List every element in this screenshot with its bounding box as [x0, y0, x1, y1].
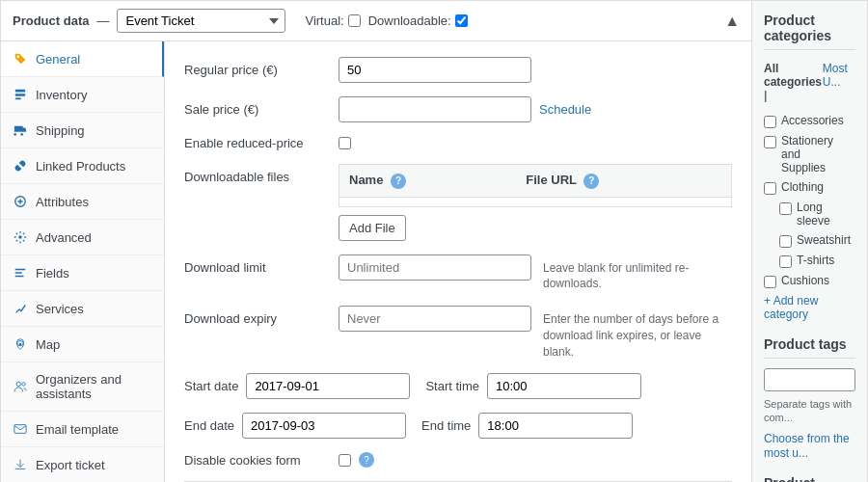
sale-price-label: Sale price (€) — [184, 96, 339, 117]
sidebar-label-linked-products: Linked Products — [36, 159, 125, 174]
product-data-dash: — — [96, 13, 109, 28]
label-stationery: Stationery andSupplies — [781, 134, 855, 174]
sidebar-item-linked-products[interactable]: Linked Products — [1, 148, 164, 184]
attributes-icon — [13, 194, 28, 209]
start-date-input[interactable] — [246, 373, 410, 399]
regular-price-label: Regular price (€) — [184, 57, 339, 77]
product-type-select[interactable]: Event Ticket Simple product Variable pro… — [117, 9, 285, 33]
sidebar-label-email-template: Email template — [36, 422, 119, 437]
add-file-button[interactable]: Add File — [339, 215, 406, 241]
download-limit-row: Download limit Leave blank for unlimited… — [184, 254, 732, 293]
fields-icon — [13, 265, 28, 281]
download-limit-input[interactable] — [339, 254, 531, 281]
label-long-sleeve: Long sleeve — [797, 201, 855, 228]
checkbox-stationery[interactable] — [764, 136, 776, 148]
link-icon — [13, 158, 28, 174]
category-cushions: Cushions — [764, 274, 855, 288]
checkbox-sweatshirt[interactable] — [779, 235, 792, 248]
file-url-help-icon[interactable]: ? — [583, 174, 599, 189]
choose-tags-link[interactable]: Choose from the most u... — [764, 432, 850, 460]
tag-icon — [13, 51, 28, 67]
sidebar-item-organizers[interactable]: Organizers and assistants — [1, 362, 164, 412]
category-accessories: Accessories — [764, 114, 855, 128]
sidebar-item-email-template[interactable]: Email template — [1, 412, 164, 447]
svg-rect-1 — [15, 94, 26, 96]
sidebar-item-fields[interactable]: Fields — [1, 255, 164, 291]
start-datetime-row: Start date Start time — [184, 373, 732, 399]
sidebar-label-shipping: Shipping — [36, 123, 85, 138]
svg-point-6 — [16, 382, 20, 386]
checkbox-t-shirts[interactable] — [779, 255, 792, 268]
virtual-label-text: Virtual: — [305, 13, 343, 28]
sidebar-item-shipping[interactable]: Shipping — [1, 113, 164, 148]
collapse-button[interactable]: ▲ — [724, 13, 740, 30]
svg-point-5 — [19, 343, 22, 346]
end-date-input[interactable] — [242, 413, 406, 439]
product-image-title: Product image — [764, 475, 855, 482]
category-list: Accessories Stationery andSupplies Cloth… — [764, 114, 855, 288]
sidebar-label-advanced: Advanced — [36, 230, 92, 245]
svg-rect-0 — [15, 90, 26, 93]
checkbox-cushions[interactable] — [764, 276, 776, 288]
downloadable-files-label: Downloadable files — [184, 164, 339, 184]
start-time-input[interactable] — [487, 373, 641, 399]
sidebar-item-services[interactable]: Services — [1, 291, 164, 327]
checkbox-accessories[interactable] — [764, 116, 776, 128]
sidebar-item-inventory[interactable]: Inventory — [1, 77, 164, 113]
sidebar-item-advanced[interactable]: Advanced — [1, 220, 164, 255]
sidebar-nav: General Inventory Shipping — [1, 41, 165, 482]
regular-price-input[interactable] — [339, 57, 531, 83]
label-accessories: Accessories — [781, 114, 844, 127]
sidebar-item-attributes[interactable]: Attributes — [1, 184, 164, 220]
end-time-input[interactable] — [478, 413, 633, 439]
disable-cookies-checkbox[interactable] — [339, 454, 351, 467]
sidebar-label-general: General — [36, 52, 80, 67]
sidebar-item-export-ticket[interactable]: Export ticket — [1, 447, 164, 482]
product-tags-title: Product tags — [764, 336, 855, 359]
sidebar-label-map: Map — [36, 337, 60, 352]
right-panel: Product categories All categories Most U… — [751, 1, 867, 482]
tab-most-used[interactable]: Most U... — [823, 60, 855, 104]
disable-cookies-help-icon[interactable]: ? — [359, 452, 374, 468]
tab-all-categories[interactable]: All categories — [764, 60, 823, 104]
inventory-icon — [13, 87, 28, 102]
downloadable-checkbox[interactable] — [455, 14, 468, 27]
start-date-label: Start date — [184, 379, 238, 393]
tags-input[interactable] — [764, 368, 855, 391]
category-long-sleeve: Long sleeve — [779, 201, 855, 228]
form-content: Regular price (€) Sale price (€) Schedul… — [165, 41, 751, 482]
email-icon — [13, 421, 28, 437]
sale-price-input[interactable] — [339, 96, 531, 122]
map-icon — [13, 336, 28, 352]
enable-reduced-label: Enable reduced-price — [184, 136, 339, 150]
end-datetime-row: End date End time — [184, 413, 732, 439]
sidebar-label-organizers: Organizers and assistants — [36, 372, 152, 401]
name-help-icon[interactable]: ? — [391, 174, 406, 189]
checkbox-clothing[interactable] — [764, 182, 776, 195]
shipping-icon — [13, 122, 28, 138]
download-expiry-hint: Enter the number of days before a downlo… — [543, 306, 732, 360]
product-categories-section: Product categories All categories Most U… — [764, 13, 855, 321]
download-expiry-row: Download expiry Enter the number of days… — [184, 306, 732, 360]
virtual-checkbox[interactable] — [348, 14, 361, 27]
download-expiry-input[interactable] — [339, 306, 531, 332]
schedule-link[interactable]: Schedule — [539, 102, 591, 117]
checkbox-long-sleeve[interactable] — [779, 202, 792, 215]
label-clothing: Clothing — [781, 180, 824, 194]
regular-price-row: Regular price (€) — [184, 57, 732, 83]
downloadable-label-text: Downloadable: — [368, 13, 451, 28]
tags-hint: Separate tags with com... — [764, 397, 855, 425]
add-category-link[interactable]: + Add new category — [764, 294, 855, 321]
advanced-icon — [13, 229, 28, 245]
start-time-label: Start time — [425, 379, 479, 393]
services-icon — [13, 301, 28, 316]
sidebar-label-export-ticket: Export ticket — [36, 458, 105, 472]
sidebar-item-map[interactable]: Map — [1, 327, 164, 362]
svg-rect-8 — [14, 425, 26, 434]
enable-reduced-checkbox[interactable] — [339, 137, 351, 149]
sidebar-item-general[interactable]: General — [1, 41, 164, 77]
svg-point-4 — [18, 235, 22, 239]
product-categories-title: Product categories — [764, 13, 855, 50]
file-url-col-header: File URL ? — [516, 165, 731, 198]
disable-cookies-row: Disable cookies form ? — [184, 452, 732, 468]
